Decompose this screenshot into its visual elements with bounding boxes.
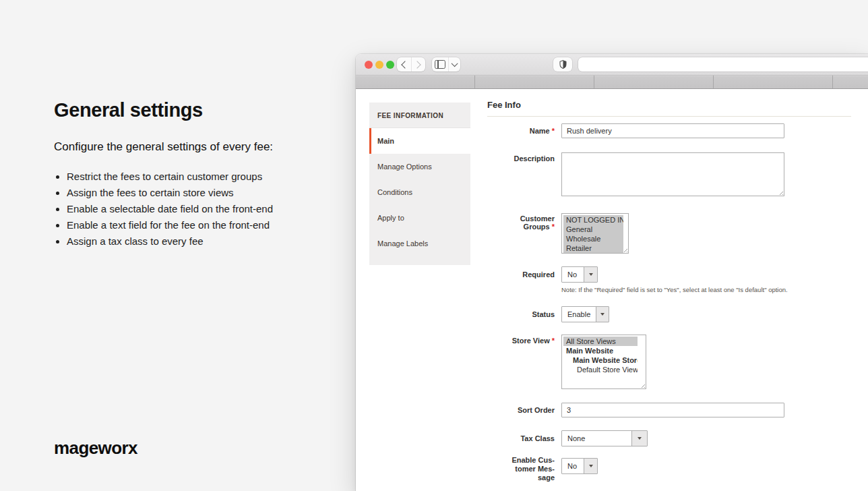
status-label: Status bbox=[487, 306, 555, 322]
zoom-button[interactable] bbox=[386, 61, 394, 69]
resize-grip[interactable] bbox=[640, 382, 645, 388]
option-main-website-store[interactable]: Main Website Store bbox=[563, 355, 638, 365]
customer-groups-label: Customer Groups* bbox=[487, 214, 555, 231]
forward-button[interactable] bbox=[411, 57, 426, 71]
tax-class-select[interactable]: None bbox=[561, 430, 648, 446]
minimize-button[interactable] bbox=[375, 61, 383, 69]
dropdown-arrow bbox=[584, 267, 597, 282]
name-label: Name* bbox=[487, 123, 555, 138]
sort-order-input[interactable] bbox=[561, 403, 784, 417]
page-content: FEE INFORMATION Main Manage Options Cond… bbox=[356, 89, 868, 491]
required-asterisk: * bbox=[552, 127, 555, 135]
browser-tab-bar bbox=[356, 76, 868, 89]
enable-customer-message-label: Enable Cus- tomer Mes- sage bbox=[487, 456, 555, 482]
sidebar-header: FEE INFORMATION bbox=[369, 103, 470, 128]
sidebar-icon bbox=[435, 60, 445, 69]
browser-tab[interactable] bbox=[594, 76, 714, 88]
option-general[interactable]: General bbox=[563, 225, 623, 234]
browser-tab[interactable] bbox=[475, 76, 594, 88]
fee-info-form: Fee Info Name* Description Customer Grou… bbox=[487, 100, 851, 491]
browser-tab[interactable] bbox=[833, 76, 868, 88]
browser-window: FEE INFORMATION Main Manage Options Cond… bbox=[356, 54, 868, 491]
nav-button-group bbox=[397, 57, 425, 71]
description-field bbox=[561, 152, 784, 196]
form-title: Fee Info bbox=[487, 100, 851, 110]
divider bbox=[487, 116, 851, 117]
tax-class-label: Tax Class bbox=[487, 430, 555, 446]
dropdown-arrow bbox=[584, 459, 597, 473]
option-wholesale[interactable]: Wholesale bbox=[563, 234, 623, 243]
sidebar-item-main[interactable]: Main bbox=[369, 128, 470, 154]
feature-list: Restrict the fees to certain customer gr… bbox=[55, 169, 273, 250]
intro-text: Configure the general settings of every … bbox=[54, 140, 273, 154]
customer-groups-multiselect[interactable]: NOT LOGGED IN General Wholesale Retailer bbox=[561, 213, 629, 254]
fee-sidebar: FEE INFORMATION Main Manage Options Cond… bbox=[369, 103, 470, 265]
chevron-right-icon bbox=[414, 61, 421, 68]
required-label: Required bbox=[487, 266, 555, 283]
name-input[interactable] bbox=[561, 123, 784, 138]
sort-order-label: Sort Order bbox=[487, 403, 555, 417]
chevron-left-icon bbox=[401, 61, 408, 68]
option-main-website[interactable]: Main Website bbox=[563, 346, 638, 355]
required-note: Note: If the "Required" field is set to … bbox=[561, 286, 788, 293]
sidebar-menu-button[interactable] bbox=[448, 57, 460, 71]
caret-down-icon bbox=[589, 465, 593, 467]
sidebar-toggle-button[interactable] bbox=[432, 57, 448, 71]
store-view-label: Store View* bbox=[487, 337, 555, 345]
option-retailer[interactable]: Retailer bbox=[563, 243, 623, 253]
list-item: Enable a text field for the fee on the f… bbox=[67, 217, 273, 233]
list-item: Enable a selectable date field on the fr… bbox=[67, 201, 273, 217]
caret-down-icon bbox=[589, 273, 593, 276]
brand-logo: mageworx bbox=[54, 438, 137, 459]
status-select[interactable]: Enable bbox=[561, 306, 609, 322]
required-select[interactable]: No bbox=[561, 266, 598, 283]
browser-tab[interactable] bbox=[714, 76, 833, 88]
description-textarea[interactable] bbox=[562, 153, 784, 196]
caret-down-icon bbox=[638, 437, 642, 440]
option-all-store-views[interactable]: All Store Views bbox=[563, 337, 638, 346]
close-button[interactable] bbox=[365, 61, 373, 69]
description-label: Description bbox=[487, 154, 555, 163]
shield-icon bbox=[559, 60, 567, 69]
sidebar-button-group bbox=[432, 57, 460, 71]
list-item: Assign the fees to certain store views bbox=[67, 185, 273, 201]
dropdown-arrow bbox=[596, 307, 609, 322]
list-item: Restrict the fees to certain customer gr… bbox=[67, 169, 273, 185]
browser-toolbar bbox=[356, 54, 868, 76]
dropdown-arrow bbox=[631, 431, 647, 446]
store-view-multiselect[interactable]: All Store Views Main Website Main Websit… bbox=[561, 335, 646, 389]
sidebar-item-apply-to[interactable]: Apply to bbox=[369, 205, 470, 231]
option-default-store-view[interactable]: Default Store View bbox=[563, 365, 638, 374]
required-asterisk: * bbox=[552, 223, 555, 231]
address-bar[interactable] bbox=[578, 57, 868, 71]
option-not-logged-in[interactable]: NOT LOGGED IN bbox=[563, 215, 623, 225]
back-button[interactable] bbox=[397, 57, 411, 71]
chevron-down-icon bbox=[452, 60, 458, 66]
caret-down-icon bbox=[600, 313, 604, 316]
enable-customer-message-select[interactable]: No bbox=[561, 458, 598, 474]
sidebar-item-manage-options[interactable]: Manage Options bbox=[369, 154, 470, 179]
sidebar-item-manage-labels[interactable]: Manage Labels bbox=[369, 231, 470, 256]
privacy-shield-button[interactable] bbox=[553, 57, 572, 71]
sidebar-item-conditions[interactable]: Conditions bbox=[369, 179, 470, 205]
browser-tab[interactable] bbox=[356, 76, 475, 88]
page-title: General settings bbox=[54, 99, 203, 121]
required-asterisk: * bbox=[552, 337, 555, 345]
list-item: Assign a tax class to every fee bbox=[67, 233, 273, 250]
